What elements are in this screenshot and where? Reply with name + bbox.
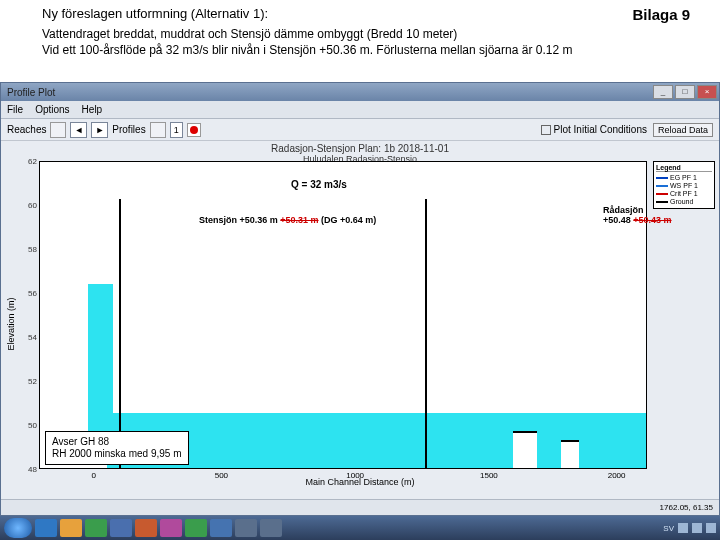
plot-canvas[interactable] bbox=[39, 161, 647, 469]
taskbar-app-icon[interactable] bbox=[135, 519, 157, 537]
ground-seg bbox=[513, 431, 537, 468]
annotation-radasjon: Rådasjön +50.48 +50.43 m bbox=[603, 205, 713, 225]
y-ticks: 48 50 52 54 56 58 60 62 bbox=[21, 161, 37, 469]
system-tray[interactable]: SV bbox=[663, 523, 716, 533]
ytick: 62 bbox=[28, 157, 37, 166]
close-button[interactable]: × bbox=[697, 85, 717, 99]
water-left-bank bbox=[88, 284, 112, 413]
taskbar-app-icon[interactable] bbox=[60, 519, 82, 537]
legend: Legend EG PF 1 WS PF 1 Crit PF 1 Ground bbox=[653, 161, 715, 209]
y-axis-label: Elevation (m) bbox=[6, 297, 16, 350]
taskbar-app-icon[interactable] bbox=[185, 519, 207, 537]
annotation-stensjon: Stensjön +50.36 m +50.31 m (DG +0.64 m) bbox=[199, 215, 376, 225]
ytick: 52 bbox=[28, 376, 37, 385]
ytick: 56 bbox=[28, 288, 37, 297]
structure-spike bbox=[119, 199, 121, 468]
legend-item: Ground bbox=[670, 198, 693, 205]
taskbar-app-icon[interactable] bbox=[35, 519, 57, 537]
reaches-label: Reaches bbox=[7, 124, 46, 135]
profiles-value[interactable]: 1 bbox=[170, 122, 183, 138]
tray-icon[interactable] bbox=[678, 523, 688, 533]
desc-line-1: Vattendraget breddat, muddrat och Stensj… bbox=[42, 27, 690, 43]
menu-file[interactable]: File bbox=[7, 104, 23, 115]
arrow-left-button[interactable]: ◄ bbox=[70, 122, 87, 138]
ground-seg bbox=[561, 440, 579, 468]
ytick: 48 bbox=[28, 465, 37, 474]
status-coords: 1762.05, 61.35 bbox=[660, 503, 713, 512]
tray-icon[interactable] bbox=[692, 523, 702, 533]
page-title-left: Ny föreslagen utformning (Alternativ 1): bbox=[42, 6, 268, 23]
plot-conditions-label: Plot Initial Conditions bbox=[554, 124, 647, 135]
legend-title: Legend bbox=[656, 164, 712, 172]
legend-item: Crit PF 1 bbox=[670, 190, 698, 197]
plot-title: Radasjon-Stensjon Plan: 1b 2018-11-01 bbox=[1, 141, 719, 154]
taskbar-app-icon[interactable] bbox=[110, 519, 132, 537]
ytick: 58 bbox=[28, 244, 37, 253]
reload-data-button[interactable]: Reload Data bbox=[653, 123, 713, 137]
ytick: 54 bbox=[28, 332, 37, 341]
legend-item: EG PF 1 bbox=[670, 174, 697, 181]
arrow-right-button[interactable]: ► bbox=[91, 122, 108, 138]
xtick: 1500 bbox=[480, 471, 498, 480]
ytick: 60 bbox=[28, 200, 37, 209]
app-window: Profile Plot _ □ × File Options Help Rea… bbox=[0, 82, 720, 516]
record-icon[interactable] bbox=[187, 123, 201, 137]
note-box: Avser GH 88 RH 2000 minska med 9,95 m bbox=[45, 431, 189, 465]
tray-lang[interactable]: SV bbox=[663, 524, 674, 533]
annotation-q: Q = 32 m3/s bbox=[291, 179, 347, 190]
toolbar: Reaches ◄ ► Profiles 1 Plot Initial Cond… bbox=[1, 119, 719, 141]
structure-spike bbox=[425, 199, 427, 468]
minimize-button[interactable]: _ bbox=[653, 85, 673, 99]
statusbar: 1762.05, 61.35 bbox=[1, 499, 719, 515]
xtick: 2000 bbox=[608, 471, 626, 480]
note-line: Avser GH 88 bbox=[52, 436, 182, 448]
tray-icon[interactable] bbox=[706, 523, 716, 533]
ytick: 50 bbox=[28, 420, 37, 429]
taskbar-app-icon[interactable] bbox=[85, 519, 107, 537]
taskbar-app-icon[interactable] bbox=[235, 519, 257, 537]
x-axis-label: Main Channel Distance (m) bbox=[305, 477, 414, 487]
menu-help[interactable]: Help bbox=[82, 104, 103, 115]
profiles-button[interactable] bbox=[150, 122, 166, 138]
xtick: 500 bbox=[215, 471, 228, 480]
page-description: Vattendraget breddat, muddrat och Stensj… bbox=[0, 25, 720, 64]
window-titlebar[interactable]: Profile Plot _ □ × bbox=[1, 83, 719, 101]
taskbar-app-icon[interactable] bbox=[160, 519, 182, 537]
xtick: 0 bbox=[91, 471, 95, 480]
menubar: File Options Help bbox=[1, 101, 719, 119]
taskbar[interactable]: SV bbox=[0, 516, 720, 540]
maximize-button[interactable]: □ bbox=[675, 85, 695, 99]
taskbar-app-icon[interactable] bbox=[210, 519, 232, 537]
desc-line-2: Vid ett 100-årsflöde på 32 m3/s blir niv… bbox=[42, 43, 690, 59]
window-title: Profile Plot bbox=[7, 87, 55, 98]
start-button[interactable] bbox=[4, 518, 32, 538]
menu-options[interactable]: Options bbox=[35, 104, 69, 115]
plot-conditions-checkbox[interactable]: Plot Initial Conditions bbox=[541, 124, 647, 135]
page-title-right: Bilaga 9 bbox=[632, 6, 690, 23]
profiles-label: Profiles bbox=[112, 124, 145, 135]
taskbar-app-icon[interactable] bbox=[260, 519, 282, 537]
reaches-button[interactable] bbox=[50, 122, 66, 138]
legend-item: WS PF 1 bbox=[670, 182, 698, 189]
note-line: RH 2000 minska med 9,95 m bbox=[52, 448, 182, 460]
